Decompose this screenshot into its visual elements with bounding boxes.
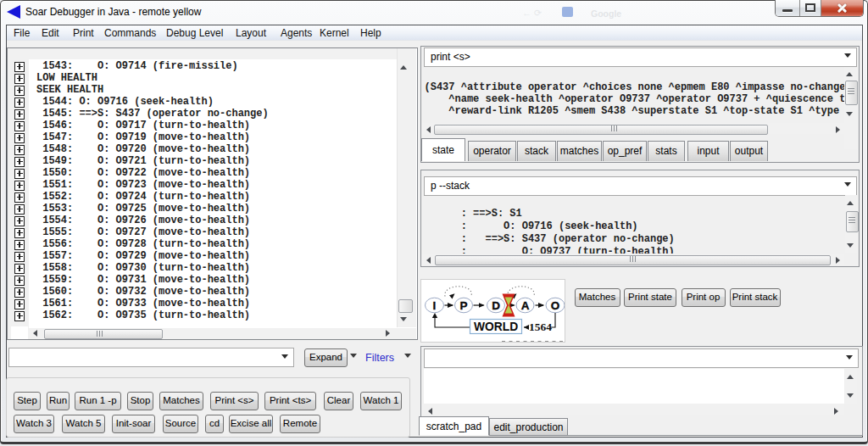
svg-text:P: P: [459, 299, 467, 312]
svg-text:O: O: [551, 299, 560, 312]
svg-text:I: I: [433, 299, 437, 312]
svg-text:D: D: [492, 299, 500, 312]
svg-text:WORLD: WORLD: [474, 321, 518, 333]
svg-text:1564: 1564: [529, 321, 552, 333]
svg-text:A: A: [521, 299, 530, 312]
